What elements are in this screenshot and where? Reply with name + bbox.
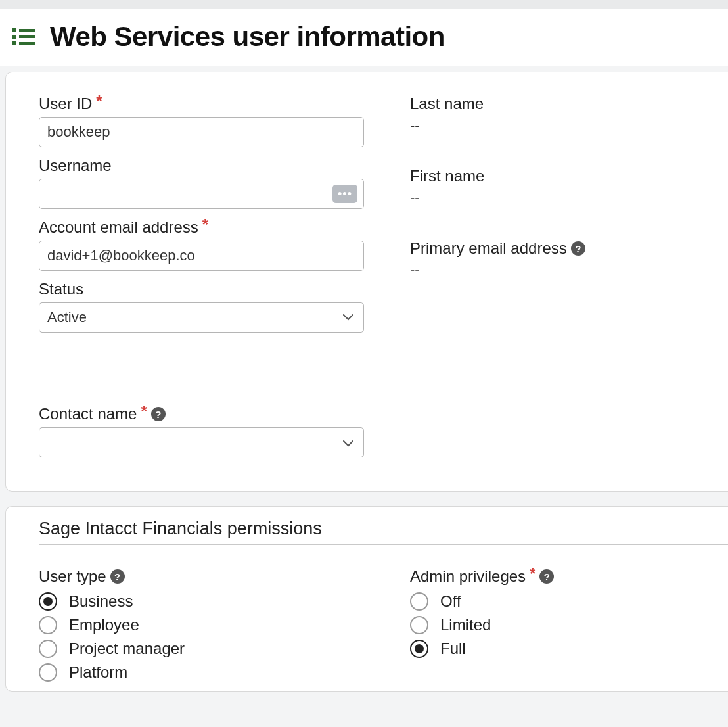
radio-icon (410, 592, 428, 611)
radio-option-off[interactable]: Off (410, 590, 728, 613)
label-username: Username (39, 156, 112, 175)
radio-icon (39, 663, 57, 682)
svg-rect-4 (12, 41, 16, 45)
field-first-name: First name -- (410, 167, 728, 206)
label-user-type: User type (39, 567, 106, 586)
radio-icon (410, 616, 428, 634)
label-primary-email: Primary email address (410, 239, 567, 258)
radio-icon (39, 616, 57, 634)
help-icon[interactable]: ? (539, 569, 554, 584)
help-icon[interactable]: ? (151, 407, 166, 421)
radio-icon (39, 640, 57, 658)
svg-rect-2 (12, 35, 16, 39)
required-indicator: * (530, 565, 535, 583)
svg-rect-3 (19, 35, 35, 38)
label-last-name: Last name (410, 95, 484, 113)
field-user-id: User ID * (39, 95, 364, 147)
input-user-id[interactable] (39, 117, 364, 147)
label-contact-name: Contact name (39, 405, 137, 423)
radio-option-employee[interactable]: Employee (39, 613, 364, 637)
radio-label: Limited (440, 616, 491, 634)
top-strip (0, 0, 728, 9)
radio-label: Business (69, 592, 133, 611)
field-contact-name: Contact name * ? (39, 405, 364, 459)
field-account-email: Account email address * (39, 218, 364, 271)
permissions-panel: Sage Intacct Financials permissions User… (5, 506, 728, 692)
value-primary-email: -- (410, 262, 728, 279)
field-username: Username ••• (39, 156, 364, 209)
radio-label: Platform (69, 663, 127, 682)
required-indicator: * (202, 216, 208, 234)
radio-option-business[interactable]: Business (39, 590, 364, 613)
label-status: Status (39, 280, 83, 298)
radio-option-full[interactable]: Full (410, 637, 728, 661)
radio-option-platform[interactable]: Platform (39, 661, 364, 684)
svg-rect-5 (19, 42, 35, 45)
input-account-email[interactable] (39, 241, 364, 271)
label-admin-privileges: Admin privileges (410, 567, 526, 586)
required-indicator: * (96, 92, 102, 110)
required-indicator: * (141, 402, 147, 421)
radio-icon (410, 640, 428, 658)
field-primary-email: Primary email address ? -- (410, 239, 728, 279)
user-info-panel: User ID * Username ••• Account email add… (5, 72, 728, 492)
svg-rect-0 (12, 28, 16, 32)
list-menu-icon[interactable] (12, 27, 35, 47)
label-user-id: User ID (39, 95, 92, 113)
value-last-name: -- (410, 117, 728, 134)
label-account-email: Account email address (39, 218, 198, 237)
radio-group-admin-privileges: Off Limited Full (410, 590, 728, 661)
help-icon[interactable]: ? (571, 241, 585, 256)
page-header: Web Services user information (0, 9, 728, 66)
radio-label: Full (440, 640, 466, 658)
page-title: Web Services user information (50, 21, 445, 53)
radio-option-limited[interactable]: Limited (410, 613, 728, 637)
select-status[interactable]: Active (39, 302, 364, 333)
radio-group-user-type: Business Employee Project manager Platfo… (39, 590, 364, 684)
help-icon[interactable]: ? (110, 569, 125, 584)
radio-option-project-manager[interactable]: Project manager (39, 637, 364, 661)
radio-label: Off (440, 592, 461, 611)
password-manager-icon[interactable]: ••• (332, 185, 357, 203)
label-first-name: First name (410, 167, 484, 185)
select-contact-name[interactable] (39, 427, 364, 457)
radio-label: Employee (69, 616, 139, 634)
value-first-name: -- (410, 189, 728, 206)
radio-label: Project manager (69, 640, 185, 658)
input-username[interactable] (39, 179, 364, 209)
svg-rect-1 (19, 29, 35, 32)
field-status: Status Active (39, 280, 364, 333)
field-last-name: Last name -- (410, 95, 728, 134)
section-title-permissions: Sage Intacct Financials permissions (39, 519, 728, 545)
radio-icon (39, 592, 57, 611)
